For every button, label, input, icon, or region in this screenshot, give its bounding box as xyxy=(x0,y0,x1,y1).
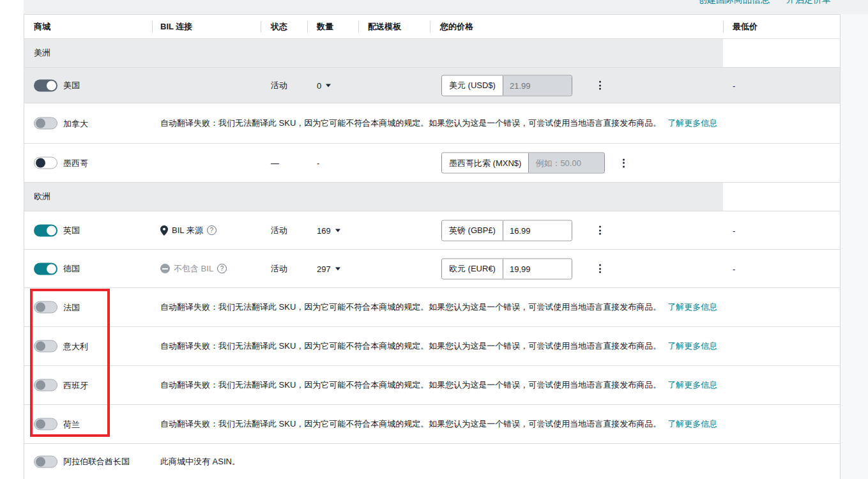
header-your-price: 您的价格 xyxy=(440,21,473,33)
header-lowest-price: 最低价 xyxy=(733,21,758,33)
uae-no-asin-message: 此商城中没有 ASIN。 xyxy=(160,457,240,466)
uk-currency-label: 英镑 (GBP£) xyxy=(442,220,503,240)
toggle-knob xyxy=(36,381,45,390)
us-price-input[interactable] xyxy=(503,75,572,95)
marketplace-row-italy: 意大利 自动翻译失败：我们无法翻译此 SKU，因为它可能不符合本商城的规定。如果… xyxy=(24,327,840,366)
table-header-row: 商城 BIL 连接 状态 数量 配送模板 您的价格 最低价 xyxy=(24,15,840,39)
section-label-americas: 美洲 xyxy=(24,39,723,67)
germany-more-actions vertical-ellipsis-icon[interactable] xyxy=(598,261,602,276)
spain-label: 西班牙 xyxy=(63,379,88,391)
marketplace-row-canada: 加拿大 自动翻译失败：我们无法翻译此 SKU，因为它可能不符合本商城的规定。如果… xyxy=(24,103,840,144)
canada-toggle[interactable] xyxy=(34,118,57,130)
mexico-price-input[interactable] xyxy=(529,153,604,173)
uk-quantity-dropdown[interactable]: 169 xyxy=(317,225,340,235)
marketplace-row-germany: 德国 不包含 BIL 活动 297 欧元 (EUR€) - xyxy=(24,250,840,288)
us-quantity-value: 0 xyxy=(317,80,321,90)
toggle-knob xyxy=(36,342,45,351)
top-link-build-international-listings[interactable]: 创建国际商品信息 xyxy=(698,0,770,4)
uk-quantity-value: 169 xyxy=(317,225,331,235)
section-title: 欧洲 xyxy=(34,191,50,202)
mexico-toggle[interactable] xyxy=(34,157,57,169)
spain-toggle[interactable] xyxy=(34,379,57,392)
marketplaces-table: 商城 BIL 连接 状态 数量 配送模板 您的价格 最低价 美洲 美国 xyxy=(24,14,841,479)
location-pin-icon xyxy=(160,225,168,236)
toggle-knob xyxy=(36,457,45,466)
header-quantity: 数量 xyxy=(317,21,333,33)
header-separator xyxy=(358,21,359,33)
section-row-spacer xyxy=(723,183,840,211)
uk-price-input[interactable] xyxy=(503,220,572,240)
question-circle-icon[interactable] xyxy=(217,264,227,273)
germany-currency-label: 欧元 (EUR€) xyxy=(442,259,503,278)
section-row-americas: 美洲 xyxy=(24,39,840,68)
marketplace-row-mexico: 墨西哥 — - 墨西哥比索 (MXN$) xyxy=(24,144,840,183)
uk-label: 英国 xyxy=(63,225,80,236)
france-toggle[interactable] xyxy=(34,301,57,314)
mexico-label: 墨西哥 xyxy=(63,157,88,169)
germany-bil-excluded-tag: 不包含 BIL xyxy=(174,263,213,275)
header-separator xyxy=(430,21,430,33)
france-translate-fail-message: 自动翻译失败：我们无法翻译此 SKU，因为它可能不符合本商城的规定。如果您认为这… xyxy=(160,302,661,312)
toggle-knob xyxy=(36,303,45,312)
canada-learn-more-link[interactable]: 了解更多信息 xyxy=(667,118,717,128)
marketplace-row-uk: 英国 BIL 来源 活动 169 英镑 (GBP£) - xyxy=(24,211,840,250)
header-bil-connection: BIL 连接 xyxy=(160,21,192,33)
header-separator xyxy=(152,21,153,33)
us-status: 活动 xyxy=(271,80,287,91)
netherlands-toggle[interactable] xyxy=(34,418,57,430)
question-circle-icon[interactable] xyxy=(207,225,217,235)
us-more-actions vertical-ellipsis-icon[interactable] xyxy=(598,78,602,93)
uk-lowest-price: - xyxy=(733,225,735,235)
mexico-quantity: - xyxy=(317,158,319,168)
header-separator xyxy=(723,21,724,33)
bil-marketplaces-page: 创建国际商品信息 开启定价单 商城 BIL 连接 状态 数量 配送模板 您的价格… xyxy=(0,0,868,479)
italy-toggle[interactable] xyxy=(34,340,57,353)
spain-learn-more-link[interactable]: 了解更多信息 xyxy=(667,380,717,390)
header-status: 状态 xyxy=(271,21,287,33)
toggle-knob xyxy=(36,420,45,429)
toggle-knob xyxy=(36,119,45,128)
netherlands-learn-more-link[interactable]: 了解更多信息 xyxy=(667,419,717,429)
us-quantity-dropdown[interactable]: 0 xyxy=(317,80,331,90)
top-links: 创建国际商品信息 开启定价单 xyxy=(684,0,831,6)
mexico-currency-label: 墨西哥比索 (MXN$) xyxy=(442,153,529,173)
uk-price-group: 英镑 (GBP£) xyxy=(441,220,572,241)
toggle-knob xyxy=(47,264,56,273)
toggle-knob xyxy=(47,80,56,90)
page-right-margin xyxy=(841,14,868,479)
marketplace-row-uae: 阿拉伯联合酋长国 此商城中没有 ASIN。 xyxy=(24,444,840,479)
germany-toggle[interactable] xyxy=(34,262,57,275)
top-strip: 创建国际商品信息 开启定价单 xyxy=(24,0,868,14)
germany-status: 活动 xyxy=(271,263,287,275)
germany-quantity-dropdown[interactable]: 297 xyxy=(317,264,340,273)
uk-bil-source-tag: BIL 来源 xyxy=(172,225,203,236)
section-row-spacer xyxy=(723,39,840,67)
uk-more-actions vertical-ellipsis-icon[interactable] xyxy=(598,223,602,238)
marketplace-row-spain: 西班牙 自动翻译失败：我们无法翻译此 SKU，因为它可能不符合本商城的规定。如果… xyxy=(24,366,840,405)
caret-down-icon xyxy=(326,84,331,87)
marketplace-row-netherlands: 荷兰 自动翻译失败：我们无法翻译此 SKU，因为它可能不符合本商城的规定。如果您… xyxy=(24,405,840,444)
uk-status: 活动 xyxy=(271,225,287,236)
section-label-europe: 欧洲 xyxy=(24,183,723,211)
top-link-secondary[interactable]: 开启定价单 xyxy=(786,0,831,4)
netherlands-translate-fail-message: 自动翻译失败：我们无法翻译此 SKU，因为它可能不符合本商城的规定。如果您认为这… xyxy=(160,419,661,429)
netherlands-label: 荷兰 xyxy=(63,418,80,430)
toggle-knob xyxy=(47,225,56,235)
italy-translate-fail-message: 自动翻译失败：我们无法翻译此 SKU，因为它可能不符合本商城的规定。如果您认为这… xyxy=(160,341,661,351)
header-shipping-template: 配送模板 xyxy=(368,21,401,33)
us-currency-label: 美元 (USD$) xyxy=(442,75,503,95)
us-toggle[interactable] xyxy=(34,79,57,91)
mexico-status: — xyxy=(271,158,279,168)
header-marketplace: 商城 xyxy=(34,21,50,33)
us-price-group: 美元 (USD$) xyxy=(441,75,572,96)
section-row-europe: 欧洲 xyxy=(24,183,840,211)
germany-price-input[interactable] xyxy=(503,259,572,278)
france-learn-more-link[interactable]: 了解更多信息 xyxy=(667,302,717,312)
mexico-more-actions vertical-ellipsis-icon[interactable] xyxy=(621,156,626,171)
header-separator xyxy=(307,21,308,33)
toggle-knob xyxy=(36,158,45,168)
uk-toggle[interactable] xyxy=(34,224,57,236)
canada-label: 加拿大 xyxy=(63,118,88,129)
uae-toggle[interactable] xyxy=(34,455,57,468)
italy-learn-more-link[interactable]: 了解更多信息 xyxy=(667,341,717,351)
